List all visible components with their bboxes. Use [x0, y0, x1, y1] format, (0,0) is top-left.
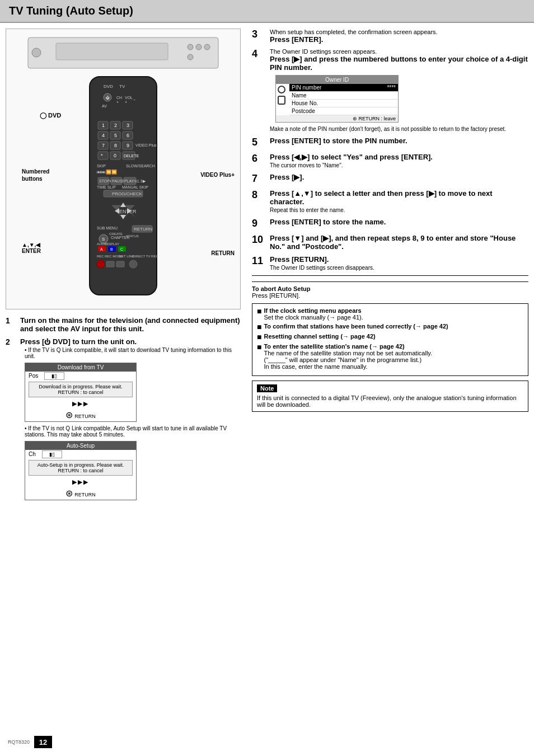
svg-text:STOP■: STOP■: [99, 179, 112, 183]
step-5: 5 Press [ENTER] to store the PIN number.: [252, 137, 528, 148]
step-6-content: Press [◀,▶] to select "Yes" and press [E…: [270, 153, 528, 168]
download-return-label: RETURN: [74, 414, 96, 419]
step-7: 7 Press [▶].: [252, 173, 528, 185]
svg-text:SKIP: SKIP: [97, 164, 106, 168]
svg-text:DVD: DVD: [104, 84, 113, 89]
download-pos-row: Pos ▮▯: [25, 372, 136, 380]
info-3-bold: Resetting channel setting (→ page 42): [264, 333, 375, 341]
numbered-text: Numberedbuttons: [22, 168, 49, 182]
svg-text:A: A: [100, 247, 103, 251]
svg-text:PROG/CHECK: PROG/CHECK: [112, 191, 142, 196]
bullet-4: ■: [257, 343, 261, 370]
step-10-content: Press [▼] and [▶], and then repeat steps…: [270, 234, 528, 251]
step-3-number: 3: [252, 29, 268, 40]
svg-rect-88: [116, 261, 124, 267]
abort-title: To abort Auto Setup: [252, 285, 310, 292]
step-11: 11 Press [RETURN]. The Owner ID settings…: [252, 255, 528, 271]
svg-text:AV: AV: [102, 104, 107, 108]
owner-id-rows: PIN number **** Name House No.: [289, 84, 398, 115]
main-content: DVD TV ⏻ CH + VOL + − AV 1: [0, 23, 534, 514]
step-5-content: Press [ENTER] to store the PIN number.: [270, 137, 528, 145]
svg-text:2: 2: [114, 123, 117, 128]
step-3-bold: Press [ENTER].: [270, 35, 528, 44]
svg-text:TIME SLIP: TIME SLIP: [97, 185, 116, 189]
bullet-3: ■: [257, 333, 261, 341]
svg-text:SLOW/SEARCH: SLOW/SEARCH: [126, 164, 155, 168]
svg-text:VOL: VOL: [125, 96, 133, 100]
right-column: 3 When setup has completed, the confirma…: [246, 29, 528, 508]
autosetup-screen: Auto-Setup Ch ▮▯ Auto-Setup is in progre…: [25, 441, 137, 500]
owner-id-name-row: Name: [289, 92, 398, 100]
step-8-sub: Repeat this to enter the name.: [270, 207, 528, 213]
owner-id-title: Owner ID: [276, 76, 398, 84]
step-2-content: Press [⏻ DVD] to turn the unit on. • If …: [20, 337, 241, 504]
label-videoplus: VIDEO Plus+: [200, 172, 235, 178]
step-10-bold: Press [▼] and [▶], and then repeat steps…: [270, 234, 528, 251]
download-progress: Download is in progress. Please wait.RET…: [29, 382, 133, 397]
svg-rect-91: [278, 96, 285, 104]
svg-text:RETURN: RETURN: [134, 227, 153, 232]
svg-text:MANUAL SKIP: MANUAL SKIP: [122, 185, 148, 189]
svg-point-89: [129, 260, 137, 268]
step-1-content: Turn on the mains for the television (an…: [20, 316, 241, 333]
svg-text:*: *: [101, 153, 103, 158]
download-icon: ⊛ RETURN: [25, 408, 136, 421]
step-8-bold: Press [▲,▼] to select a letter and then …: [270, 189, 528, 206]
divider: [252, 281, 528, 282]
step-2-title: Press [⏻ DVD] to turn the unit on.: [20, 337, 137, 346]
label-dvd: ◯ DVD: [40, 112, 61, 119]
svg-rect-2: [56, 43, 168, 60]
owner-icon: [276, 84, 287, 106]
step-5-number: 5: [252, 137, 268, 148]
step-4: 4 The Owner ID settings screen appears. …: [252, 48, 528, 132]
step-1: 1 Turn on the mains for the television (…: [6, 316, 241, 333]
svg-text:C: C: [120, 247, 123, 251]
svg-point-4: [196, 44, 202, 50]
info-item-1: ■ If the clock setting menu appears Set …: [257, 307, 523, 321]
svg-point-6: [188, 54, 193, 60]
svg-text:3: 3: [127, 123, 129, 128]
autosetup-return-icon: ⊛: [65, 489, 73, 498]
svg-text:STATUS: STATUS: [126, 234, 139, 238]
info-4-text3: In this case, enter the name manually.: [264, 363, 367, 370]
owner-id-screen: Owner ID PIN number: [275, 75, 399, 123]
info-item-2: ■ To confirm that stations have been tun…: [257, 323, 523, 331]
svg-text:EXT LINK: EXT LINK: [119, 255, 134, 258]
autosetup-title: Auto-Setup: [25, 442, 136, 450]
autosetup-arrows: ▶▶▶: [25, 477, 136, 487]
step-11-bold: Press [RETURN].: [270, 255, 528, 264]
download-arrows: ▶▶▶: [25, 399, 136, 408]
footer: RQT8320 12: [8, 736, 52, 748]
step-8-content: Press [▲,▼] to select a letter and then …: [270, 189, 528, 213]
info-1-content: If the clock setting menu appears Set th…: [264, 307, 363, 321]
svg-point-3: [188, 44, 193, 50]
autosetup-ch-bar: ▮▯: [42, 450, 62, 458]
svg-text:4: 4: [102, 133, 105, 138]
info-1-text: Set the clock manually (→ page 41).: [264, 314, 363, 321]
label-return: RETURN: [211, 250, 235, 256]
svg-text:VIDEO Plus+: VIDEO Plus+: [135, 143, 158, 147]
autosetup-icon: ⊛ RETURN: [25, 487, 136, 500]
step-5-bold: Press [ENTER] to store the PIN number.: [270, 137, 528, 145]
svg-text:SUB MENU: SUB MENU: [97, 226, 118, 230]
info-item-4: ■ To enter the satellite station's name …: [257, 343, 523, 370]
svg-text:⏮⏭⏪⏩: ⏮⏭⏪⏩: [97, 169, 117, 175]
step-6-sub: The cursor moves to "Name".: [270, 162, 528, 168]
step-11-number: 11: [252, 255, 268, 267]
page-header: TV Tuning (Auto Setup): [0, 0, 534, 23]
step-6-number: 6: [252, 153, 268, 165]
step-9-number: 9: [252, 218, 268, 229]
step-7-bold: Press [▶].: [270, 173, 528, 181]
label-enter: ▲,▼,◀ENTER: [22, 242, 41, 254]
page-title: TV Tuning (Auto Setup): [9, 4, 133, 17]
left-column: DVD TV ⏻ CH + VOL + − AV 1: [6, 29, 241, 508]
owner-id-postcode-row: Postcode: [289, 107, 398, 115]
autosetup-progress: Auto-Setup is in progress. Please wait.R…: [29, 460, 133, 476]
step-4-number: 4: [252, 48, 268, 60]
page: TV Tuning (Auto Setup): [0, 0, 534, 756]
svg-text:9: 9: [127, 143, 129, 148]
step-4-normal: The Owner ID settings screen appears.: [270, 48, 528, 55]
step-6: 6 Press [◀,▶] to select "Yes" and press …: [252, 153, 528, 168]
step-1-title: Turn on the mains for the television (an…: [20, 316, 240, 333]
svg-text:6: 6: [127, 133, 129, 138]
